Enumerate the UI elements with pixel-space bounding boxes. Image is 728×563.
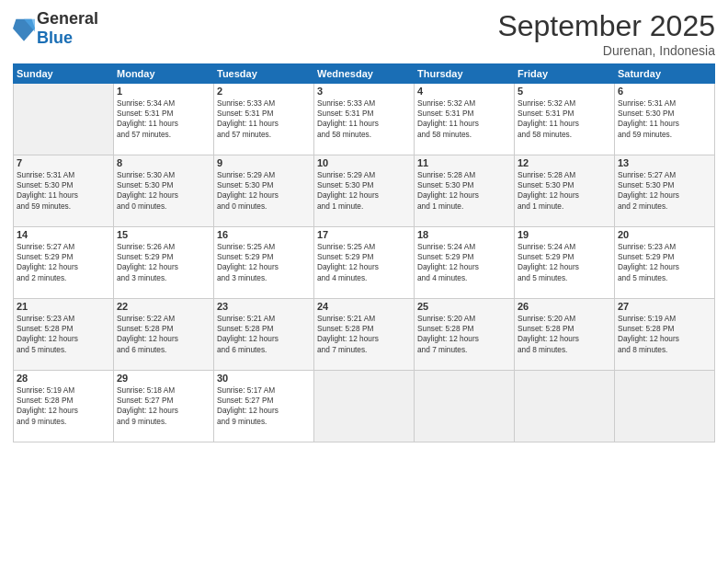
day-number: 15 <box>117 229 210 240</box>
day-info: Sunrise: 5:33 AM Sunset: 5:31 PM Dayligh… <box>217 98 311 140</box>
day-info: Sunrise: 5:25 AM Sunset: 5:29 PM Dayligh… <box>317 242 411 283</box>
day-number: 20 <box>618 229 711 240</box>
day-number: 17 <box>317 229 411 240</box>
day-info: Sunrise: 5:23 AM Sunset: 5:29 PM Dayligh… <box>618 242 711 283</box>
calendar-cell: 4Sunrise: 5:32 AM Sunset: 5:31 PM Daylig… <box>415 84 515 155</box>
day-info: Sunrise: 5:24 AM Sunset: 5:29 PM Dayligh… <box>518 242 611 283</box>
day-info: Sunrise: 5:34 AM Sunset: 5:31 PM Dayligh… <box>117 98 210 140</box>
calendar-cell: 20Sunrise: 5:23 AM Sunset: 5:29 PM Dayli… <box>615 227 715 299</box>
col-tuesday: Tuesday <box>214 64 314 84</box>
calendar-cell: 3Sunrise: 5:33 AM Sunset: 5:31 PM Daylig… <box>314 84 415 155</box>
day-number: 30 <box>217 373 311 384</box>
header: General Blue September 2025 Durenan, Ind… <box>13 9 715 58</box>
day-number: 3 <box>317 86 411 97</box>
calendar-cell: 8Sunrise: 5:30 AM Sunset: 5:30 PM Daylig… <box>114 155 214 227</box>
calendar-cell: 25Sunrise: 5:20 AM Sunset: 5:28 PM Dayli… <box>415 299 515 371</box>
day-info: Sunrise: 5:20 AM Sunset: 5:28 PM Dayligh… <box>417 314 511 355</box>
calendar-cell: 13Sunrise: 5:27 AM Sunset: 5:30 PM Dayli… <box>615 155 715 227</box>
calendar-table: Sunday Monday Tuesday Wednesday Thursday… <box>13 63 715 442</box>
calendar-cell: 6Sunrise: 5:31 AM Sunset: 5:30 PM Daylig… <box>615 84 715 155</box>
calendar-cell: 30Sunrise: 5:17 AM Sunset: 5:27 PM Dayli… <box>214 371 314 442</box>
day-number: 19 <box>518 229 611 240</box>
calendar-cell: 16Sunrise: 5:25 AM Sunset: 5:29 PM Dayli… <box>214 227 314 299</box>
day-info: Sunrise: 5:29 AM Sunset: 5:30 PM Dayligh… <box>317 170 411 212</box>
calendar-cell: 5Sunrise: 5:32 AM Sunset: 5:31 PM Daylig… <box>515 84 615 155</box>
day-info: Sunrise: 5:26 AM Sunset: 5:29 PM Dayligh… <box>117 242 210 283</box>
calendar-cell: 17Sunrise: 5:25 AM Sunset: 5:29 PM Dayli… <box>314 227 415 299</box>
day-number: 29 <box>117 373 210 384</box>
day-info: Sunrise: 5:22 AM Sunset: 5:28 PM Dayligh… <box>117 314 210 355</box>
calendar-cell: 14Sunrise: 5:27 AM Sunset: 5:29 PM Dayli… <box>14 227 114 299</box>
calendar-cell: 19Sunrise: 5:24 AM Sunset: 5:29 PM Dayli… <box>515 227 615 299</box>
col-monday: Monday <box>114 64 214 84</box>
day-info: Sunrise: 5:27 AM Sunset: 5:29 PM Dayligh… <box>17 242 110 283</box>
day-number: 25 <box>417 301 511 312</box>
day-number: 26 <box>518 301 611 312</box>
calendar-cell <box>314 371 415 442</box>
day-number: 28 <box>17 373 110 384</box>
day-number: 8 <box>117 157 210 168</box>
col-friday: Friday <box>515 64 615 84</box>
day-info: Sunrise: 5:32 AM Sunset: 5:31 PM Dayligh… <box>417 98 511 140</box>
calendar-cell: 28Sunrise: 5:19 AM Sunset: 5:28 PM Dayli… <box>14 371 114 442</box>
day-number: 9 <box>217 157 311 168</box>
calendar-week-row: 14Sunrise: 5:27 AM Sunset: 5:29 PM Dayli… <box>14 227 715 299</box>
day-number: 24 <box>317 301 411 312</box>
calendar-cell: 24Sunrise: 5:21 AM Sunset: 5:28 PM Dayli… <box>314 299 415 371</box>
col-thursday: Thursday <box>415 64 515 84</box>
calendar-cell: 7Sunrise: 5:31 AM Sunset: 5:30 PM Daylig… <box>14 155 114 227</box>
calendar-week-row: 1Sunrise: 5:34 AM Sunset: 5:31 PM Daylig… <box>14 84 715 155</box>
day-number: 7 <box>17 157 110 168</box>
day-info: Sunrise: 5:24 AM Sunset: 5:29 PM Dayligh… <box>417 242 511 283</box>
calendar-cell: 11Sunrise: 5:28 AM Sunset: 5:30 PM Dayli… <box>415 155 515 227</box>
day-info: Sunrise: 5:17 AM Sunset: 5:27 PM Dayligh… <box>217 385 311 427</box>
day-info: Sunrise: 5:19 AM Sunset: 5:28 PM Dayligh… <box>17 385 110 427</box>
day-info: Sunrise: 5:27 AM Sunset: 5:30 PM Dayligh… <box>618 170 711 212</box>
calendar-cell: 2Sunrise: 5:33 AM Sunset: 5:31 PM Daylig… <box>214 84 314 155</box>
col-saturday: Saturday <box>615 64 715 84</box>
calendar-cell: 18Sunrise: 5:24 AM Sunset: 5:29 PM Dayli… <box>415 227 515 299</box>
main-container: General Blue September 2025 Durenan, Ind… <box>0 0 728 563</box>
day-number: 21 <box>17 301 110 312</box>
calendar-cell: 27Sunrise: 5:19 AM Sunset: 5:28 PM Dayli… <box>615 299 715 371</box>
day-number: 11 <box>417 157 511 168</box>
day-number: 16 <box>217 229 311 240</box>
logo-blue-text: Blue <box>37 29 98 48</box>
location: Durenan, Indonesia <box>497 43 715 58</box>
day-info: Sunrise: 5:19 AM Sunset: 5:28 PM Dayligh… <box>618 314 711 355</box>
logo-general-text: General <box>37 9 98 29</box>
day-number: 4 <box>417 86 511 97</box>
calendar-header-row: Sunday Monday Tuesday Wednesday Thursday… <box>14 64 715 84</box>
calendar-cell: 21Sunrise: 5:23 AM Sunset: 5:28 PM Dayli… <box>14 299 114 371</box>
day-info: Sunrise: 5:21 AM Sunset: 5:28 PM Dayligh… <box>217 314 311 355</box>
calendar-cell <box>14 84 114 155</box>
calendar-week-row: 21Sunrise: 5:23 AM Sunset: 5:28 PM Dayli… <box>14 299 715 371</box>
day-info: Sunrise: 5:31 AM Sunset: 5:30 PM Dayligh… <box>17 170 110 212</box>
calendar-cell <box>615 371 715 442</box>
day-info: Sunrise: 5:25 AM Sunset: 5:29 PM Dayligh… <box>217 242 311 283</box>
day-info: Sunrise: 5:21 AM Sunset: 5:28 PM Dayligh… <box>317 314 411 355</box>
calendar-cell: 23Sunrise: 5:21 AM Sunset: 5:28 PM Dayli… <box>214 299 314 371</box>
calendar-cell: 10Sunrise: 5:29 AM Sunset: 5:30 PM Dayli… <box>314 155 415 227</box>
day-number: 5 <box>518 86 611 97</box>
day-number: 10 <box>317 157 411 168</box>
calendar-cell: 12Sunrise: 5:28 AM Sunset: 5:30 PM Dayli… <box>515 155 615 227</box>
calendar-cell: 29Sunrise: 5:18 AM Sunset: 5:27 PM Dayli… <box>114 371 214 442</box>
calendar-week-row: 7Sunrise: 5:31 AM Sunset: 5:30 PM Daylig… <box>14 155 715 227</box>
calendar-cell: 22Sunrise: 5:22 AM Sunset: 5:28 PM Dayli… <box>114 299 214 371</box>
day-info: Sunrise: 5:20 AM Sunset: 5:28 PM Dayligh… <box>518 314 611 355</box>
day-number: 23 <box>217 301 311 312</box>
day-info: Sunrise: 5:31 AM Sunset: 5:30 PM Dayligh… <box>618 98 711 140</box>
day-number: 6 <box>618 86 711 97</box>
calendar-cell <box>515 371 615 442</box>
logo: General Blue <box>13 9 98 48</box>
day-info: Sunrise: 5:28 AM Sunset: 5:30 PM Dayligh… <box>518 170 611 212</box>
day-info: Sunrise: 5:29 AM Sunset: 5:30 PM Dayligh… <box>217 170 311 212</box>
logo-text: General Blue <box>37 9 98 48</box>
day-number: 2 <box>217 86 311 97</box>
col-wednesday: Wednesday <box>314 64 415 84</box>
day-number: 18 <box>417 229 511 240</box>
day-number: 14 <box>17 229 110 240</box>
calendar-cell: 9Sunrise: 5:29 AM Sunset: 5:30 PM Daylig… <box>214 155 314 227</box>
day-number: 12 <box>518 157 611 168</box>
